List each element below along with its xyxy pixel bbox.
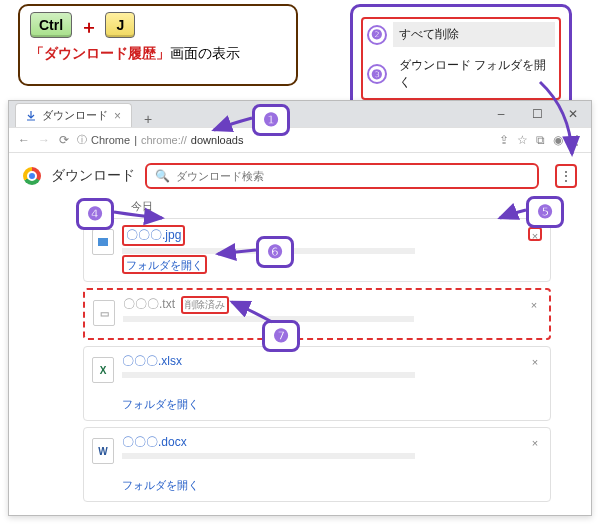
open-folder-link[interactable]: フォルダを開く: [126, 258, 203, 273]
remove-item-button[interactable]: ×: [528, 227, 542, 241]
shortcut-box: Ctrl ＋ J 「ダウンロード履歴」画面の表示: [18, 4, 298, 86]
section-date: 今日: [131, 199, 577, 214]
deleted-label: 削除済み: [181, 296, 229, 314]
remove-item-button[interactable]: ×: [528, 436, 542, 450]
page-menu-button[interactable]: ⋮: [559, 168, 573, 184]
nav-back[interactable]: ←: [17, 133, 31, 147]
download-item: X 〇〇〇.xlsx フォルダを開く ×: [83, 346, 551, 421]
url-secure-label: Chrome: [91, 134, 130, 146]
file-url-placeholder: [122, 372, 415, 378]
file-url-placeholder: [122, 453, 415, 459]
download-list: 〇〇〇.jpg フォルダを開く × ▭ 〇〇〇.txt 削除済み × X 〇〇〇…: [83, 218, 551, 502]
chrome-logo-icon: [23, 167, 41, 185]
profile-icon[interactable]: ◉: [553, 133, 563, 147]
nav-reload[interactable]: ⟳: [57, 133, 71, 147]
download-item: W 〇〇〇.docx フォルダを開く ×: [83, 427, 551, 502]
badge-2: ❷: [367, 25, 387, 45]
page-title: ダウンロード: [51, 167, 135, 185]
file-name-deleted: 〇〇〇.txt: [123, 297, 175, 311]
search-input[interactable]: [176, 170, 529, 182]
remove-item-button[interactable]: ×: [528, 355, 542, 369]
file-link[interactable]: 〇〇〇.docx: [122, 435, 187, 449]
extensions-icon[interactable]: ⧉: [536, 133, 545, 147]
download-item: 〇〇〇.jpg フォルダを開く ×: [83, 218, 551, 282]
browser-window: ダウンロード × + – ☐ ✕ ← → ⟳ ⓘ Chrome | chrome…: [8, 100, 592, 516]
share-icon[interactable]: ⇪: [499, 133, 509, 147]
open-folder-link[interactable]: フォルダを開く: [122, 397, 199, 412]
tab-label: ダウンロード: [42, 108, 108, 123]
file-icon-text: ▭: [93, 300, 115, 326]
file-link[interactable]: 〇〇〇.jpg: [126, 228, 181, 242]
address-bar: ← → ⟳ ⓘ Chrome | chrome://downloads ⇪ ☆ …: [9, 127, 591, 153]
shortcut-caption: 「ダウンロード履歴」画面の表示: [30, 45, 286, 63]
open-folder-link[interactable]: フォルダを開く: [122, 478, 199, 493]
page-menu-outline: ⋮: [555, 164, 577, 188]
search-icon: 🔍: [155, 169, 170, 183]
context-menu-preview: ❷ すべて削除 ❸ ダウンロード フォルダを開く: [350, 4, 572, 113]
file-icon-word: W: [92, 438, 114, 464]
badge-3: ❸: [367, 64, 387, 84]
download-item-deleted: ▭ 〇〇〇.txt 削除済み ×: [83, 288, 551, 340]
tab-close-icon[interactable]: ×: [114, 109, 121, 123]
browser-menu-icon[interactable]: ⋮: [571, 133, 583, 147]
win-close[interactable]: ✕: [555, 101, 591, 127]
nav-forward[interactable]: →: [37, 133, 51, 147]
badge-6: ❻: [256, 236, 294, 268]
window-controls: – ☐ ✕: [483, 101, 591, 127]
download-icon: [26, 111, 36, 121]
badge-1: ❶: [252, 104, 290, 136]
badge-5: ❺: [526, 196, 564, 228]
tab-downloads[interactable]: ダウンロード ×: [15, 103, 132, 127]
badge-4: ❹: [76, 198, 114, 230]
url-path: downloads: [191, 134, 244, 146]
url-prefix: chrome://: [141, 134, 187, 146]
key-j: J: [105, 12, 135, 38]
secure-icon: ⓘ: [77, 133, 87, 147]
win-maximize[interactable]: ☐: [519, 101, 555, 127]
badge-7: ❼: [262, 320, 300, 352]
remove-item-button[interactable]: ×: [527, 298, 541, 312]
search-wrap: 🔍: [145, 163, 539, 189]
file-icon-image: [92, 229, 114, 255]
win-minimize[interactable]: –: [483, 101, 519, 127]
menu-item-delete-all[interactable]: すべて削除: [393, 22, 555, 47]
new-tab-button[interactable]: +: [138, 111, 158, 127]
plus-icon: ＋: [80, 17, 98, 37]
file-link[interactable]: 〇〇〇.xlsx: [122, 354, 182, 368]
menu-item-open-downloads-folder[interactable]: ダウンロード フォルダを開く: [393, 53, 555, 95]
file-icon-excel: X: [92, 357, 114, 383]
star-icon[interactable]: ☆: [517, 133, 528, 147]
key-ctrl: Ctrl: [30, 12, 72, 38]
tab-bar: ダウンロード × + – ☐ ✕: [9, 101, 591, 127]
